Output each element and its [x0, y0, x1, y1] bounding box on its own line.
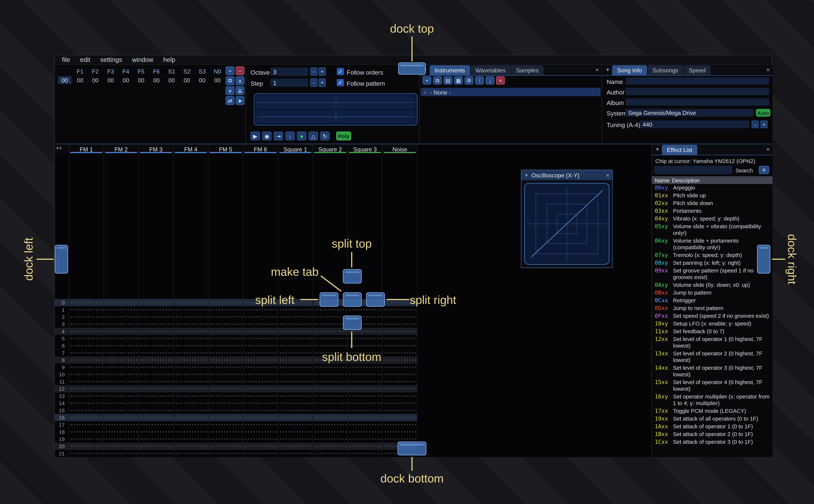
pattern-cell[interactable]	[208, 342, 243, 349]
effect-item[interactable]: 0CxxRetrigger	[652, 297, 773, 305]
tuning-plus-button[interactable]: +	[760, 120, 768, 128]
split-bottom-button[interactable]	[343, 316, 362, 330]
pattern-cell[interactable]	[174, 392, 208, 400]
pattern-cell[interactable]	[313, 335, 348, 342]
effect-item[interactable]: 0FxxSet speed (speed 2 if no grooves exi…	[652, 312, 773, 320]
pattern-cell[interactable]	[139, 407, 174, 414]
pattern-cell[interactable]	[383, 392, 418, 400]
tuning-field[interactable]: 440	[640, 120, 749, 128]
pattern-cell[interactable]	[174, 421, 208, 428]
pattern-cell[interactable]	[174, 428, 208, 435]
pattern-cell[interactable]	[104, 392, 139, 400]
pattern-cell[interactable]	[69, 414, 104, 421]
pattern-cell[interactable]	[243, 414, 278, 421]
pattern-cell[interactable]	[313, 306, 348, 313]
dock-left-button[interactable]	[55, 245, 68, 274]
play-button[interactable]: ▶	[250, 132, 260, 140]
close-icon[interactable]: ×	[766, 146, 770, 153]
pattern-cell[interactable]	[208, 450, 243, 457]
dock-top-button[interactable]	[398, 62, 426, 75]
pattern-cell[interactable]	[278, 321, 313, 328]
pattern-cell[interactable]	[139, 392, 174, 400]
pattern-cell[interactable]	[313, 378, 348, 385]
pattern-cell[interactable]	[278, 335, 313, 342]
effect-item[interactable]: 11xxSet feedback (0 to 7)	[652, 328, 773, 335]
pattern-cell[interactable]	[313, 407, 348, 414]
pattern-cell[interactable]	[139, 414, 174, 421]
close-icon[interactable]: ×	[766, 66, 770, 73]
pattern-cell[interactable]	[313, 414, 348, 421]
menu-item-settings[interactable]: settings	[95, 56, 127, 63]
pattern-cell[interactable]	[139, 335, 174, 342]
close-icon[interactable]: ×	[606, 172, 609, 179]
pattern-cell[interactable]	[348, 414, 383, 421]
follow-orders-checkbox[interactable]: ✓	[337, 68, 344, 75]
pattern-cell[interactable]	[208, 335, 243, 342]
pattern-cell[interactable]	[69, 435, 104, 443]
channel-header-fm-1[interactable]: FM 1	[69, 144, 104, 154]
orders-pattern-cell[interactable]: 00	[179, 76, 194, 84]
pattern-cell[interactable]	[104, 306, 139, 313]
pattern-cell[interactable]	[208, 414, 243, 421]
effect-item[interactable]: 17xxToggle PCM mode (LEGACY)	[652, 407, 773, 415]
pattern-cell[interactable]	[69, 428, 104, 435]
pattern-cell[interactable]	[243, 349, 278, 356]
pattern-cell[interactable]	[208, 299, 243, 306]
pattern-cell[interactable]	[348, 407, 383, 414]
effect-item[interactable]: 12xxSet level of operator 1 (0 highest, …	[652, 335, 773, 350]
effect-item[interactable]: 00xyArpeggio	[652, 184, 773, 192]
pattern-cell[interactable]	[208, 328, 243, 335]
metronome-button[interactable]: △	[308, 132, 318, 140]
pattern-cell[interactable]	[313, 342, 348, 349]
pattern-cell[interactable]	[278, 435, 313, 443]
pattern-cell[interactable]	[243, 306, 278, 313]
collapse-icon[interactable]: ▼	[655, 147, 660, 152]
pattern-cell[interactable]	[243, 378, 278, 385]
pattern-cell[interactable]	[383, 349, 418, 356]
channel-header-square-2[interactable]: Square 2	[313, 144, 348, 154]
orders-pattern-cell[interactable]: 00	[88, 76, 103, 84]
pattern-cell[interactable]	[208, 371, 243, 378]
effect-item[interactable]: 03xxPortamento	[652, 207, 773, 215]
pattern-cell[interactable]	[348, 421, 383, 428]
split-top-button[interactable]	[343, 269, 362, 284]
close-icon[interactable]: ×	[595, 66, 599, 73]
effect-item[interactable]: 10xySetup LFO (x: enable; y: speed)	[652, 320, 773, 328]
channel-header-square-1[interactable]: Square 1	[278, 144, 313, 154]
pattern-cell[interactable]	[174, 349, 208, 356]
pattern-cell[interactable]	[69, 443, 104, 450]
pattern-cell[interactable]	[278, 428, 313, 435]
pattern-cell[interactable]	[278, 385, 313, 392]
pattern-cell[interactable]	[69, 378, 104, 385]
pattern-cell[interactable]	[104, 443, 139, 450]
pattern-expand-button[interactable]: ++	[56, 145, 62, 151]
pattern-cell[interactable]	[104, 313, 139, 321]
orders-pattern-cell[interactable]: 00	[118, 76, 133, 84]
pattern-cell[interactable]	[348, 371, 383, 378]
effect-item[interactable]: 15xxSet level of operator 4 (0 highest, …	[652, 379, 773, 393]
pattern-cell[interactable]	[174, 435, 208, 443]
pattern-cell[interactable]	[278, 407, 313, 414]
pattern-cell[interactable]	[104, 328, 139, 335]
pattern-cell[interactable]	[383, 321, 418, 328]
cursor-follow-button[interactable]: ↓	[285, 132, 295, 140]
pattern-cell[interactable]	[174, 407, 208, 414]
pattern-cell[interactable]	[139, 349, 174, 356]
tab-samples[interactable]: Samples	[511, 65, 544, 75]
pattern-cell[interactable]	[383, 356, 418, 364]
pattern-cell[interactable]	[139, 450, 174, 457]
instrument-delete-button[interactable]: ×	[496, 76, 505, 85]
pattern-cell[interactable]	[348, 435, 383, 443]
step-row-button[interactable]: ⇥	[274, 132, 283, 140]
pattern-cell[interactable]	[208, 364, 243, 371]
pattern-cell[interactable]	[104, 435, 139, 443]
pattern-cell[interactable]	[174, 342, 208, 349]
pattern-cell[interactable]	[348, 385, 383, 392]
effect-search-input[interactable]	[654, 166, 732, 174]
pattern-cell[interactable]	[278, 328, 313, 335]
pattern-cell[interactable]	[243, 364, 278, 371]
pattern-cell[interactable]	[278, 306, 313, 313]
orders-duplicate-button[interactable]: ⧉	[226, 76, 234, 85]
channel-header-fm-6[interactable]: FM 6	[243, 144, 278, 154]
play-pattern-button[interactable]: ◉	[262, 132, 271, 140]
